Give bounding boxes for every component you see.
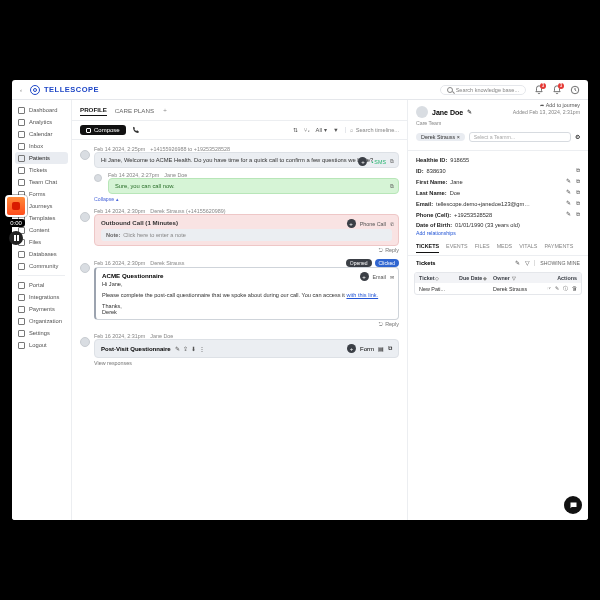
copy-icon[interactable]: ⧉ <box>576 189 580 196</box>
ticket-edit-icon[interactable]: ✎ <box>555 285 559 292</box>
notifications-bell-1[interactable]: 3 <box>534 85 544 95</box>
careteam-select[interactable]: Select a Teamm... <box>469 132 571 142</box>
ticket-row[interactable]: New Pati... Derek Strauss ☞ ✎ ⓘ 🗑 <box>415 283 581 294</box>
field-value: Jane <box>450 179 462 185</box>
ticket-open-icon[interactable]: ☞ <box>547 285 551 292</box>
edit-icon[interactable]: ✎ <box>566 189 571 196</box>
add-to-journey-button[interactable]: ➦ Add to journey <box>540 102 580 108</box>
subtab-payments[interactable]: PAYMENTS <box>544 240 573 253</box>
share-icon[interactable]: ⇪ <box>183 345 188 352</box>
form-card[interactable]: Post-Visit Questionnaire ✎ ⇪ ⬇ ⋮ + Form <box>94 339 399 358</box>
sms-card[interactable]: Hi Jane, Welcome to ACME Health. Do you … <box>94 152 399 168</box>
sidebar-item-logout[interactable]: Logout <box>12 339 71 351</box>
sidebar-item-organization[interactable]: Organization <box>12 315 71 327</box>
sidebar-item-label: Dashboard <box>29 107 57 113</box>
add-relationships-link[interactable]: Add relationships <box>416 230 456 236</box>
notifications-bell-2[interactable]: 3 <box>552 85 562 95</box>
filter-funnel-button[interactable]: ▼ <box>333 127 339 133</box>
copy-icon[interactable]: ⧉ <box>576 167 580 174</box>
subtab-meds[interactable]: MEDS <box>497 240 513 253</box>
call-button[interactable] <box>132 126 140 134</box>
sidebar-item-payments[interactable]: Payments <box>12 303 71 315</box>
sidebar-item-label: Organization <box>29 318 62 324</box>
sort-button[interactable]: ⇅ <box>293 127 298 133</box>
sidebar-item-dashboard[interactable]: Dashboard <box>12 104 71 116</box>
call-note-input[interactable]: Note: Click here to enter a note <box>101 229 392 241</box>
download-icon[interactable]: ⬇ <box>191 345 196 352</box>
sidebar-item-portal[interactable]: Portal <box>12 279 71 291</box>
subtab-vitals[interactable]: VITALS <box>519 240 537 253</box>
edit-icon[interactable]: ✎ <box>175 345 180 352</box>
copy-icon[interactable]: ⧉ <box>388 345 392 352</box>
ticket-add-button[interactable]: ✎ <box>515 260 520 266</box>
nav-icon <box>18 294 25 301</box>
journey-icon: ➦ <box>540 102 544 108</box>
nav-icon <box>18 143 25 150</box>
sidebar-item-databases[interactable]: Databases <box>12 248 71 260</box>
call-card[interactable]: Outbound Call (1 Minutes) Note: Click he… <box>94 214 399 246</box>
copy-icon[interactable]: ⧉ <box>390 158 394 165</box>
record-stop-button[interactable] <box>5 195 27 217</box>
sidebar-item-label: Team Chat <box>29 179 57 185</box>
activity-clock-icon[interactable] <box>570 85 580 95</box>
subtab-files[interactable]: FILES <box>475 240 490 253</box>
field-value: 918655 <box>450 157 469 163</box>
sidebar-item-team-chat[interactable]: Team Chat <box>12 176 71 188</box>
edit-icon[interactable]: ✎ <box>566 200 571 207</box>
sidebar-item-tickets[interactable]: Tickets <box>12 164 71 176</box>
reply-button[interactable]: ⮌ Reply <box>94 247 399 253</box>
copy-icon[interactable]: ⧉ <box>576 178 580 185</box>
expand-button[interactable]: + <box>358 157 367 166</box>
tab-add[interactable]: ＋ <box>162 106 168 115</box>
sms-status: SMS <box>374 159 386 165</box>
email-link[interactable]: with this link. <box>346 292 378 298</box>
ticket-filter-button[interactable]: ▽ <box>525 260 530 266</box>
col-duedate[interactable]: Due Date <box>459 275 482 281</box>
copy-icon[interactable]: ⧉ <box>576 200 580 207</box>
sidebar-item-calendar[interactable]: Calendar <box>12 128 71 140</box>
patient-avatar <box>416 106 428 118</box>
sidebar-item-settings[interactable]: Settings <box>12 327 71 339</box>
expand-button[interactable]: + <box>360 272 369 281</box>
reply-button[interactable]: ⮌ Reply <box>94 321 399 327</box>
ticket-delete-icon[interactable]: 🗑 <box>572 285 577 292</box>
row-first-name: First Name: Jane ✎⧉ <box>416 178 580 185</box>
copy-icon[interactable]: ⧉ <box>390 183 394 190</box>
timeline-search[interactable]: ⌕ Search timeline... <box>345 127 399 133</box>
careteam-chip[interactable]: Derek Strauss × <box>416 133 465 141</box>
tab-profile[interactable]: PROFILE <box>80 104 107 116</box>
subtab-tickets[interactable]: TICKETS <box>416 240 439 253</box>
expand-button[interactable]: + <box>347 219 356 228</box>
nav-back-button[interactable]: ‹ <box>20 87 22 93</box>
inbound-sms-card[interactable]: Sure, you can call now. ⧉ <box>108 178 399 194</box>
sidebar-item-community[interactable]: Community <box>12 260 71 272</box>
collapse-thread-button[interactable]: Collapse ▴ <box>94 196 399 202</box>
expand-button[interactable]: + <box>347 344 356 353</box>
edit-icon[interactable]: ✎ <box>566 178 571 185</box>
branch-filter-button[interactable]: ⑂▾ <box>304 127 310 133</box>
sidebar-item-analytics[interactable]: Analytics <box>12 116 71 128</box>
subtab-events[interactable]: EVENTS <box>446 240 468 253</box>
brand: TELLESCOPE <box>30 85 99 95</box>
view-responses-link[interactable]: View responses <box>94 360 399 366</box>
more-icon[interactable]: ⋮ <box>199 345 205 352</box>
copy-icon[interactable]: ⧉ <box>576 211 580 218</box>
email-card[interactable]: ACME Questionnaire Hi Jane, Please compl… <box>94 267 399 320</box>
sidebar-item-inbox[interactable]: Inbox <box>12 140 71 152</box>
careteam-settings-icon[interactable]: ⚙ <box>575 134 580 140</box>
col-ticket[interactable]: Ticket <box>419 275 434 281</box>
edit-name-icon[interactable]: ✎ <box>467 109 472 115</box>
chat-fab-button[interactable] <box>564 496 582 514</box>
sidebar-item-patients[interactable]: Patients <box>15 152 68 164</box>
tab-care-plans[interactable]: CARE PLANS <box>115 105 154 116</box>
edit-icon[interactable]: ✎ <box>566 211 571 218</box>
kb-search[interactable]: Search knowledge base... <box>440 85 526 95</box>
compose-button[interactable]: Compose <box>80 125 126 135</box>
ticket-info-icon[interactable]: ⓘ <box>563 285 568 292</box>
sidebar-item-integrations[interactable]: Integrations <box>12 291 71 303</box>
sidebar-item-label: Files <box>29 239 41 245</box>
filter-all[interactable]: All ▾ <box>316 127 327 133</box>
showing-mine-toggle[interactable]: SHOWING MINE <box>534 260 580 266</box>
record-pause-button[interactable] <box>9 231 23 245</box>
col-owner[interactable]: Owner <box>493 275 510 281</box>
